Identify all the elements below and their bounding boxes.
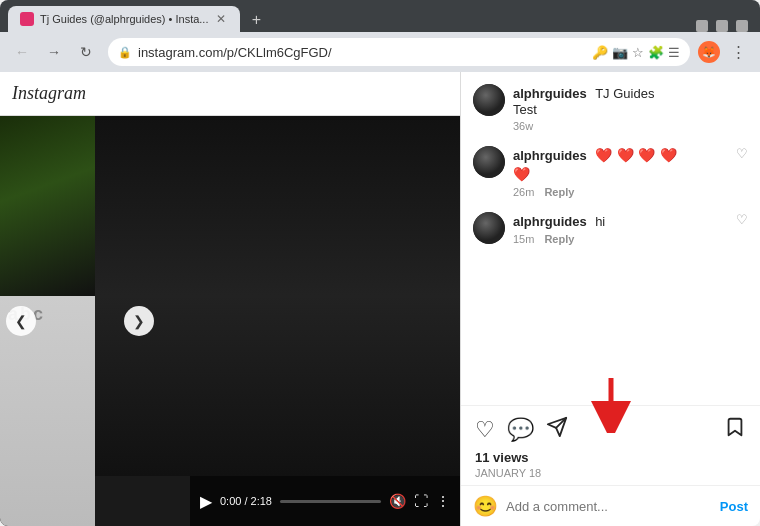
comments-panel: alphrguides TJ Guides Test 36w (460, 72, 760, 526)
comment-time: 36w (513, 120, 533, 132)
comment-item: alphrguides ❤️ ❤️ ❤️ ❤️ ♡ (473, 146, 748, 198)
menu-icon[interactable]: ☰ (668, 45, 680, 60)
instagram-header: Instagram (0, 72, 460, 116)
post-button[interactable]: Post (720, 499, 748, 514)
tab-close-button[interactable]: ✕ (214, 10, 228, 28)
comment-meta: 26m Reply (513, 186, 748, 198)
avatar (473, 212, 505, 244)
next-arrow[interactable]: ❯ (124, 306, 154, 336)
like-button[interactable]: ♡ (736, 212, 748, 227)
maximize-button[interactable] (716, 20, 728, 32)
new-tab-button[interactable]: + (244, 8, 268, 32)
comments-list: alphrguides TJ Guides Test 36w (461, 72, 760, 405)
avatar (473, 84, 505, 116)
tab-bar: Tj Guides (@alphrguides) • Insta... ✕ + (0, 0, 760, 32)
play-button[interactable]: ▶ (200, 492, 212, 511)
emoji-button[interactable]: 😊 (473, 494, 498, 518)
browser-window: Tj Guides (@alphrguides) • Insta... ✕ + … (0, 0, 760, 526)
video-time: 0:00 / 2:18 (220, 495, 272, 507)
tab-favicon (20, 12, 34, 26)
reply-button[interactable]: Reply (544, 186, 574, 198)
lock-icon: 🔒 (118, 46, 132, 59)
video-controls: ▶ 0:00 / 2:18 🔇 ⛶ ⋮ (190, 476, 460, 526)
comment-meta: 36w (513, 120, 748, 132)
video-frame (95, 116, 460, 476)
comment-username: alphrguides (513, 214, 587, 229)
key-icon[interactable]: 🔑 (592, 45, 608, 60)
like-icon[interactable]: ♡ (475, 417, 495, 443)
comment-input[interactable] (506, 499, 712, 514)
video-progress-bar[interactable] (280, 500, 381, 503)
fullscreen-button[interactable]: ⛶ (414, 493, 428, 509)
red-arrow-annotation (581, 373, 641, 433)
instagram-logo: Instagram (12, 83, 86, 104)
tab-title: Tj Guides (@alphrguides) • Insta... (40, 13, 208, 25)
star-icon[interactable]: ☆ (632, 45, 644, 60)
views-count: 11 views (475, 450, 746, 465)
comment-text: Test (513, 102, 748, 117)
avatar (473, 146, 505, 178)
comment-item: alphrguides hi ♡ 15m Reply (473, 212, 748, 245)
puzzle-icon[interactable]: 🧩 (648, 45, 664, 60)
extension-avatar[interactable]: 🦊 (698, 41, 720, 63)
like-button[interactable]: ♡ (736, 146, 748, 161)
close-window-button[interactable] (736, 20, 748, 32)
comment-extra: TJ Guides (595, 86, 654, 101)
no-video-icon[interactable]: 📷 (612, 45, 628, 60)
comment-meta: 15m Reply (513, 233, 748, 245)
reply-button[interactable]: Reply (544, 233, 574, 245)
url-text: instagram.com/p/CKLlm6CgFGD/ (138, 45, 586, 60)
back-button[interactable]: ← (8, 38, 36, 66)
comment-time: 26m (513, 186, 534, 198)
hearts-display: ❤️ ❤️ ❤️ ❤️ (595, 146, 676, 163)
address-bar[interactable]: 🔒 instagram.com/p/CKLlm6CgFGD/ 🔑 📷 ☆ 🧩 ☰ (108, 38, 690, 66)
page-content: Instagram abc ▶ 0:00 / 2:18 � (0, 72, 760, 526)
prev-arrow[interactable]: ❮ (6, 306, 36, 336)
comment-item: alphrguides TJ Guides Test 36w (473, 84, 748, 132)
comment-body: alphrguides TJ Guides Test 36w (513, 84, 748, 132)
comment-time: 15m (513, 233, 534, 245)
post-date: January 18 (475, 467, 746, 479)
refresh-button[interactable]: ↻ (72, 38, 100, 66)
address-bar-icons: 🔑 📷 ☆ 🧩 ☰ (592, 45, 680, 60)
comment-text: hi (595, 214, 605, 229)
minimize-button[interactable] (696, 20, 708, 32)
active-tab[interactable]: Tj Guides (@alphrguides) • Insta... ✕ (8, 6, 240, 32)
comment-icon[interactable]: 💬 (507, 417, 534, 443)
comment-username: alphrguides (513, 86, 587, 101)
browser-controls: ← → ↻ 🔒 instagram.com/p/CKLlm6CgFGD/ 🔑 📷… (0, 32, 760, 72)
mute-button[interactable]: 🔇 (389, 493, 406, 509)
comment-body: alphrguides ❤️ ❤️ ❤️ ❤️ ♡ (513, 146, 748, 198)
forward-button[interactable]: → (40, 38, 68, 66)
instagram-video-section: Instagram abc ▶ 0:00 / 2:18 � (0, 72, 460, 526)
browser-menu-button[interactable]: ⋮ (724, 38, 752, 66)
comment-input-row: 😊 Post (461, 485, 760, 526)
bookmark-icon[interactable] (724, 416, 746, 444)
share-icon[interactable] (546, 416, 568, 444)
comment-username: alphrguides (513, 148, 587, 163)
options-button[interactable]: ⋮ (436, 493, 450, 509)
comment-body: alphrguides hi ♡ 15m Reply (513, 212, 748, 245)
top-thumbnail (0, 116, 95, 296)
